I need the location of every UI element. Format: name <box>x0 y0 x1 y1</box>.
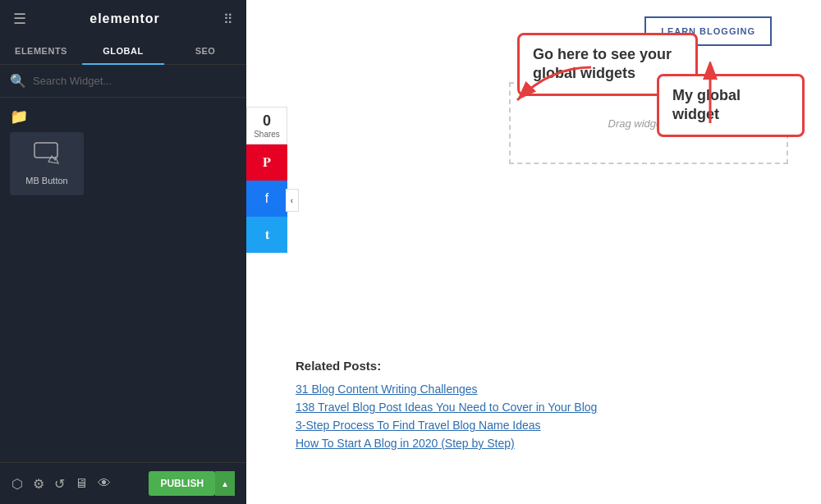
tabs-bar: ELEMENTS GLOBAL SEO <box>0 38 246 65</box>
related-link-1[interactable]: 138 Travel Blog Post Ideas You Need to C… <box>296 401 788 414</box>
publish-group: PUBLISH ▲ <box>149 471 235 496</box>
responsive-icon[interactable]: 🖥 <box>75 476 88 491</box>
publish-button[interactable]: PUBLISH <box>149 471 215 496</box>
arrow-to-global-tab <box>501 59 599 108</box>
preview-icon[interactable]: 👁 <box>98 476 111 491</box>
grid-icon[interactable]: ⠿ <box>223 11 233 27</box>
facebook-share-button[interactable]: f <box>246 181 287 217</box>
related-posts-title: Related Posts: <box>296 359 788 373</box>
pinterest-icon: 𝐏 <box>263 155 271 170</box>
elementor-logo: elementor <box>89 11 159 26</box>
bottom-toolbar: ⬡ ⚙ ↺ 🖥 👁 PUBLISH ▲ <box>0 462 246 504</box>
related-posts-section: Related Posts: 31 Blog Content Writing C… <box>296 359 788 455</box>
search-input[interactable] <box>33 75 236 87</box>
layers-icon[interactable]: ⬡ <box>11 476 23 492</box>
widget-label: MB Button <box>25 176 67 186</box>
bottom-icons: ⬡ ⚙ ↺ 🖥 👁 <box>11 476 111 492</box>
related-link-0[interactable]: 31 Blog Content Writing Challenges <box>296 383 788 396</box>
widget-area: 📁 MB Button <box>0 98 246 462</box>
left-panel: ☰ elementor ⠿ ELEMENTS GLOBAL SEO 🔍 📁 MB… <box>0 0 246 504</box>
related-link-3[interactable]: How To Start A Blog in 2020 (Step by Ste… <box>296 437 788 450</box>
social-share-panel: 0 Shares 𝐏 f 𝐭 <box>246 107 287 253</box>
history-icon[interactable]: ↺ <box>54 476 65 492</box>
share-label: Shares <box>250 130 283 139</box>
top-bar: ☰ elementor ⠿ <box>0 0 246 38</box>
twitter-icon: 𝐭 <box>265 227 269 242</box>
collapse-social-button[interactable]: ‹ <box>286 189 299 212</box>
share-number: 0 <box>250 112 283 130</box>
share-count: 0 Shares <box>246 107 287 144</box>
tab-global[interactable]: GLOBAL <box>82 38 164 64</box>
search-icon: 🔍 <box>10 73 26 89</box>
svg-rect-0 <box>34 143 57 158</box>
tab-seo[interactable]: SEO <box>164 38 246 64</box>
search-bar: 🔍 <box>0 65 246 98</box>
main-area: LEARN BLOGGING Drag widget here 0 Shares… <box>246 0 821 504</box>
publish-caret-button[interactable]: ▲ <box>215 471 235 496</box>
widget-card-mb-button[interactable]: MB Button <box>10 132 84 195</box>
folder-icon[interactable]: 📁 <box>10 108 236 126</box>
page-content: LEARN BLOGGING Drag widget here 0 Shares… <box>246 0 821 504</box>
pinterest-share-button[interactable]: 𝐏 <box>246 144 287 181</box>
settings-icon[interactable]: ⚙ <box>33 476 44 492</box>
twitter-share-button[interactable]: 𝐭 <box>246 217 287 253</box>
widget-cursor-icon <box>34 142 60 171</box>
hamburger-icon[interactable]: ☰ <box>13 10 26 28</box>
arrow-to-learn-blogging <box>686 62 735 127</box>
related-link-2[interactable]: 3-Step Process To Find Travel Blog Name … <box>296 419 788 432</box>
facebook-icon: f <box>265 191 268 206</box>
tab-elements[interactable]: ELEMENTS <box>0 38 82 64</box>
